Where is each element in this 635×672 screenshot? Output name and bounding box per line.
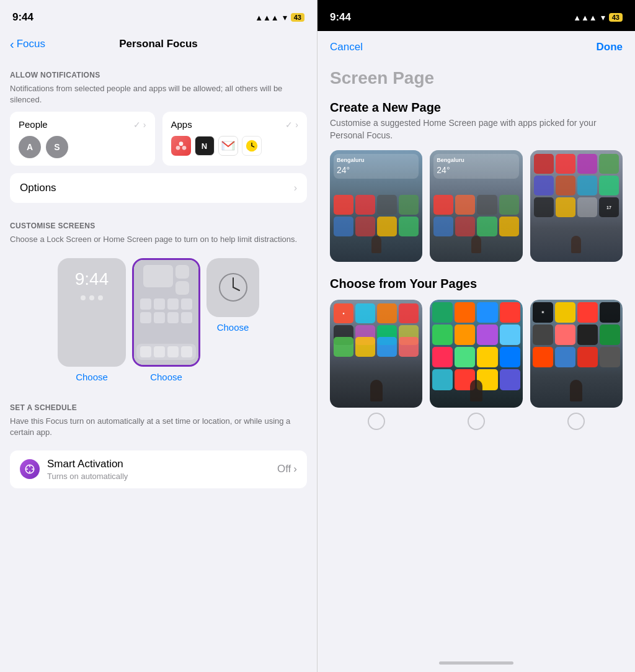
lock-dot	[81, 295, 86, 300]
home-indicator	[318, 653, 635, 672]
left-content: ALLOW NOTIFICATIONS Notifications from s…	[0, 60, 317, 672]
watch-choose-button[interactable]: Choose	[217, 322, 249, 333]
left-panel: 9:44 ▲▲▲ ▾ 43 ‹ Focus Personal Focus ALL…	[0, 0, 318, 672]
home-screen-content	[134, 260, 198, 365]
hs-app-7	[167, 312, 179, 323]
your-page-img-3: ✶	[530, 300, 623, 408]
your-page-img-2	[430, 300, 522, 408]
right-nav-bar: Cancel Done	[318, 31, 635, 63]
people-chevron-icon: ›	[143, 120, 146, 130]
screen-page-title-partial: Screen Page	[318, 63, 635, 91]
left-status-time: 9:44	[12, 11, 33, 24]
notion-icon: N	[195, 136, 215, 156]
right-wifi-icon: ▾	[601, 12, 605, 22]
left-nav-bar: ‹ Focus Personal Focus	[0, 31, 317, 60]
your-page-select-3[interactable]	[567, 413, 585, 430]
your-page-select-1[interactable]	[368, 413, 385, 430]
smart-chevron-icon: ›	[293, 463, 297, 475]
your-page-thumb-3[interactable]: ✶	[530, 300, 623, 430]
people-card-icons: ✓ ›	[133, 120, 146, 130]
right-content: Screen Page Create a New Page Customise …	[318, 63, 635, 653]
your-page-select-2[interactable]	[468, 413, 485, 430]
apps-card-title-row: Apps ✓ ›	[171, 119, 299, 130]
watch-card: Choose	[206, 258, 259, 382]
checkmark-icon: ✓	[133, 120, 141, 130]
customise-screens-desc: Choose a Lock Screen or Home Screen page…	[0, 234, 317, 251]
clock-icon	[242, 136, 262, 156]
schedule-header: SET A SCHEDULE	[0, 392, 317, 416]
hs-widget-small-1	[175, 265, 189, 279]
avatar-a: A	[19, 136, 41, 158]
allow-notifications-header: ALLOW NOTIFICATIONS	[0, 60, 317, 83]
home-screen-preview	[132, 258, 200, 367]
cancel-button[interactable]: Cancel	[330, 41, 363, 53]
options-row[interactable]: Options ›	[10, 173, 307, 203]
svg-point-1	[175, 146, 180, 150]
page-title: Personal Focus	[119, 38, 198, 50]
hs-dock-2	[154, 346, 165, 357]
wifi-icon: ▾	[283, 12, 287, 22]
people-apps-row: People ✓ › A S Apps ✓ ›	[10, 112, 307, 166]
lock-screen-preview: 9:44	[58, 258, 126, 367]
done-button[interactable]: Done	[597, 41, 623, 53]
apps-card-title: Apps	[171, 119, 192, 130]
svg-point-0	[179, 142, 183, 146]
hs-app-grid	[140, 298, 192, 323]
lock-dot	[98, 295, 103, 300]
people-card-title-row: People ✓ ›	[19, 119, 146, 130]
create-page-thumb-3[interactable]: 17	[530, 150, 623, 262]
apps-checkmark-icon: ✓	[285, 120, 293, 130]
hs-dock-4	[181, 346, 192, 357]
watch-preview	[206, 258, 259, 317]
people-card[interactable]: People ✓ › A S	[10, 112, 155, 166]
hs-app-8	[181, 312, 192, 323]
create-page-thumb-1[interactable]: Bengaluru 24°	[330, 150, 422, 262]
hs-dock	[136, 344, 196, 360]
create-pages-row: Bengaluru 24°	[318, 150, 635, 262]
people-card-title: People	[19, 119, 48, 130]
hs-app-4	[181, 298, 192, 310]
your-page-thumb-1[interactable]: ●	[330, 300, 422, 430]
right-panel: 9:44 ▲▲▲ ▾ 43 Cancel Done Screen Page Cr…	[318, 0, 635, 672]
screens-cards-row: 9:44 Choose	[10, 258, 307, 382]
your-page-img-1: ●	[330, 300, 422, 408]
hs-widget-large	[143, 265, 173, 287]
battery-badge: 43	[291, 13, 304, 22]
left-status-icons: ▲▲▲ ▾ 43	[255, 12, 304, 22]
your-pages-title: Choose from Your Pages	[330, 277, 623, 291]
create-page-thumb-2[interactable]: Bengaluru 24°	[430, 150, 522, 262]
smart-activation-text: Smart Activation Turns on automatically	[47, 458, 270, 481]
lock-dot	[89, 295, 94, 300]
svg-rect-4	[232, 141, 234, 150]
your-pages-section: Choose from Your Pages	[318, 267, 635, 291]
lock-screen-choose-button[interactable]: Choose	[76, 372, 108, 382]
back-chevron-icon: ‹	[10, 37, 14, 52]
lock-time: 9:44	[75, 269, 109, 289]
create-new-page-section: Create a New Page Customise a suggested …	[318, 91, 635, 141]
schedule-section: SET A SCHEDULE Have this Focus turn on a…	[0, 392, 317, 488]
asana-icon	[171, 136, 191, 156]
apps-card-icons: ✓ ›	[285, 120, 298, 130]
create-desc: Customise a suggested Home Screen page w…	[330, 117, 623, 141]
hs-app-1	[140, 298, 151, 310]
hs-app-3	[167, 298, 179, 310]
home-screen-card: Choose	[132, 258, 200, 382]
options-chevron-icon: ›	[294, 182, 297, 194]
smart-activation-row[interactable]: Smart Activation Turns on automatically …	[10, 450, 307, 488]
svg-point-2	[182, 146, 186, 150]
right-status-bar: 9:44 ▲▲▲ ▾ 43	[318, 0, 635, 31]
home-screen-choose-button[interactable]: Choose	[150, 372, 182, 382]
apps-chevron-icon: ›	[295, 120, 298, 130]
back-button[interactable]: ‹ Focus	[10, 37, 45, 52]
smart-activation-value: Off ›	[277, 463, 297, 475]
right-status-time: 9:44	[330, 11, 351, 24]
hs-app-6	[154, 312, 165, 323]
lock-dots	[81, 295, 103, 300]
apps-card[interactable]: Apps ✓ › N	[162, 112, 308, 166]
options-label: Options	[20, 182, 56, 194]
smart-activation-subtitle: Turns on automatically	[47, 472, 270, 481]
customise-screens-section: CUSTOMISE SCREENS Choose a Lock Screen o…	[0, 210, 317, 382]
hs-app-5	[140, 312, 151, 323]
hs-app-2	[154, 298, 165, 310]
your-page-thumb-2[interactable]	[430, 300, 522, 430]
